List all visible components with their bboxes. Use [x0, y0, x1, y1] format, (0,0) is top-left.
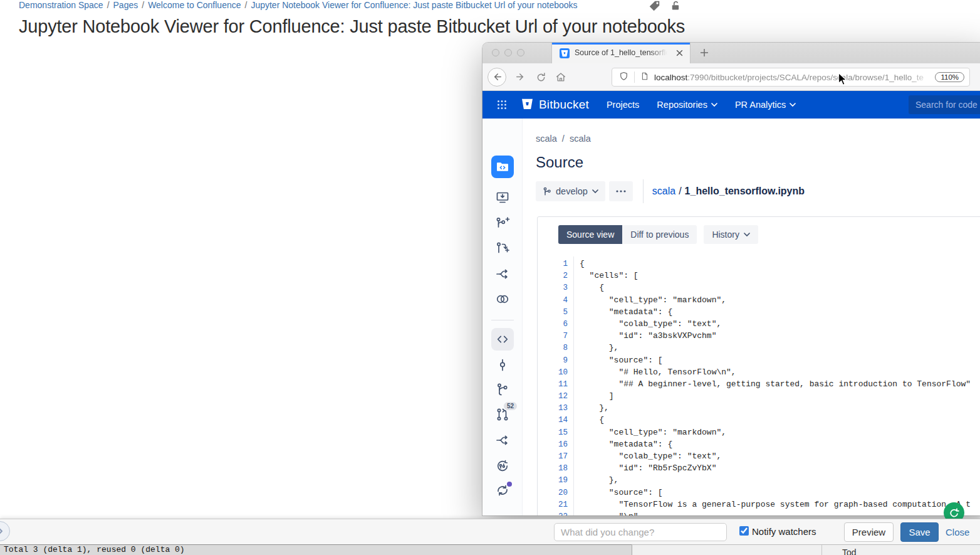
path-separator: / — [675, 186, 684, 196]
reload-icon[interactable] — [531, 68, 550, 87]
chevron-down-icon — [711, 103, 717, 107]
label-tag-icon[interactable] — [649, 0, 660, 14]
line-number[interactable]: 22 — [538, 511, 573, 515]
search-input[interactable]: Search for code — [909, 95, 980, 114]
code-line: 11 "## A beginner-level, getting started… — [538, 377, 980, 389]
repo-link[interactable]: scala — [570, 134, 591, 144]
create-branch-icon[interactable] — [495, 216, 510, 231]
sync-icon[interactable] — [495, 483, 510, 498]
browser-tab-bar: Source of 1_hello_tensorflow.ipy — [482, 43, 980, 63]
notify-watchers-checkbox[interactable] — [739, 526, 749, 536]
line-content: "metadata": { — [573, 307, 672, 317]
nav-projects[interactable]: Projects — [607, 100, 639, 110]
branches-icon[interactable] — [495, 382, 510, 397]
breadcrumb-link[interactable]: Demonstration Space — [19, 0, 103, 10]
save-button[interactable]: Save — [900, 522, 939, 542]
line-content: "metadata": { — [573, 440, 672, 449]
shield-icon[interactable] — [618, 71, 629, 84]
bitbucket-favicon — [560, 48, 570, 58]
url-bar[interactable]: localhost:7990/bitbucket/projects/SCALA/… — [612, 68, 970, 87]
url-host: localhost — [654, 73, 687, 82]
path-repo-link[interactable]: scala — [652, 186, 675, 196]
code-line: 21 "TensorFlow is a general-purpose syst… — [538, 497, 980, 509]
url-text[interactable]: localhost:7990/bitbucket/projects/SCALA/… — [654, 73, 931, 82]
browser-window: Source of 1_hello_tensorflow.ipy — [482, 43, 980, 515]
terminal-output: Total 3 (delta 1), reused 0 (delta 0) — [0, 545, 632, 555]
change-comment-input[interactable] — [554, 523, 727, 541]
file-path: scala/1_hello_tensorflow.ipynb — [652, 186, 805, 197]
code-line: 7 "id": "a3bskVXPvchm" — [538, 329, 980, 341]
forward-icon[interactable] — [511, 68, 530, 87]
bitbucket-logo-icon[interactable] — [521, 97, 534, 113]
code-lines: 1{2 "cells": [3 {4 "cell_type": "markdow… — [538, 256, 980, 515]
code-line: 12 ] — [538, 389, 980, 401]
sidebar-item-source-active[interactable] — [491, 156, 514, 178]
compare-icon[interactable] — [495, 267, 510, 282]
line-content: "## A beginner-level, getting started, b… — [573, 379, 971, 389]
nav-repositories[interactable]: Repositories — [657, 100, 717, 110]
nav-pr-analytics[interactable]: PR Analytics — [735, 100, 796, 110]
window-close-button[interactable] — [492, 49, 499, 56]
forks-icon[interactable] — [495, 292, 510, 307]
nav-label: Projects — [607, 100, 639, 110]
bitbucket-main: scala/scala Source develop scala/1_hello… — [523, 119, 980, 515]
create-pull-request-icon[interactable] — [495, 241, 510, 256]
line-content: "id": "Rb5rSpcZvYbX" — [573, 463, 716, 473]
chevron-down-icon — [790, 103, 796, 107]
compare-icon[interactable] — [495, 433, 510, 448]
unlock-icon[interactable] — [669, 0, 681, 14]
zoom-level-badge[interactable]: 110% — [935, 72, 964, 82]
app-grid-icon[interactable] — [497, 100, 507, 110]
sidebar-item-browse-code[interactable] — [491, 328, 514, 351]
window-minimize-button[interactable] — [504, 49, 512, 56]
divider — [821, 545, 822, 555]
close-button[interactable]: Close — [946, 527, 969, 537]
branch-selector-button[interactable]: develop — [536, 181, 605, 201]
more-actions-button[interactable] — [609, 181, 633, 201]
bitbucket-header: Bitbucket Projects Repositories PR Analy… — [482, 91, 980, 119]
code-line: 19 }, — [538, 473, 980, 485]
expand-sidebar-icon[interactable] — [495, 514, 510, 515]
builds-icon[interactable] — [495, 458, 510, 473]
divider — [491, 320, 514, 320]
window-controls — [492, 49, 524, 56]
bitbucket-logo-text[interactable]: Bitbucket — [539, 98, 589, 112]
commits-icon[interactable] — [495, 357, 510, 373]
preview-button[interactable]: Preview — [844, 522, 894, 542]
code-line: 20 "source": [ — [538, 485, 980, 497]
tab-source-view[interactable]: Source view — [558, 225, 622, 244]
close-tab-icon[interactable] — [675, 48, 684, 57]
tab-history[interactable]: History — [704, 225, 758, 244]
page-icon[interactable] — [640, 71, 649, 83]
clone-icon[interactable] — [495, 190, 510, 205]
browser-toolbar: localhost:7990/bitbucket/projects/SCALA/… — [482, 63, 980, 91]
project-link[interactable]: scala — [536, 134, 557, 144]
code-line: 22 "\n", — [538, 509, 980, 515]
line-content: }, — [573, 343, 618, 352]
code-line: 13 }, — [538, 401, 980, 413]
code-line: 9 "source": [ — [538, 353, 980, 365]
line-content: "cell_type": "markdown", — [573, 428, 726, 437]
line-content: "source": [ — [573, 356, 663, 365]
source-folder-icon — [495, 159, 510, 174]
code-line: 8 }, — [538, 341, 980, 352]
back-icon[interactable] — [487, 68, 506, 87]
line-content: { — [573, 283, 604, 292]
new-tab-icon[interactable] — [699, 47, 711, 60]
breadcrumb-link[interactable]: Welcome to Confluence — [148, 0, 241, 10]
line-content: }, — [573, 475, 618, 485]
window-zoom-button[interactable] — [517, 49, 524, 56]
browser-tab[interactable]: Source of 1_hello_tensorflow.ipy — [551, 43, 691, 63]
tab-diff-to-previous[interactable]: Diff to previous — [622, 225, 697, 244]
active-tab-indicator — [552, 43, 690, 45]
code-line: 3 { — [538, 280, 980, 292]
repo-breadcrumb: scala/scala — [536, 134, 591, 144]
breadcrumb-link[interactable]: Jupyter Notebook Viewer for Confluence: … — [251, 0, 577, 10]
line-content: "# Hello, TensorFlow\n", — [573, 367, 736, 377]
home-icon[interactable] — [551, 68, 570, 87]
file-name: 1_hello_tensorflow.ipynb — [685, 186, 805, 196]
line-content: "cells": [ — [573, 271, 639, 280]
breadcrumb-link[interactable]: Pages — [113, 0, 138, 10]
code-line: 17 "colab_type": "text", — [538, 449, 980, 461]
line-content: "\n", — [573, 512, 643, 515]
